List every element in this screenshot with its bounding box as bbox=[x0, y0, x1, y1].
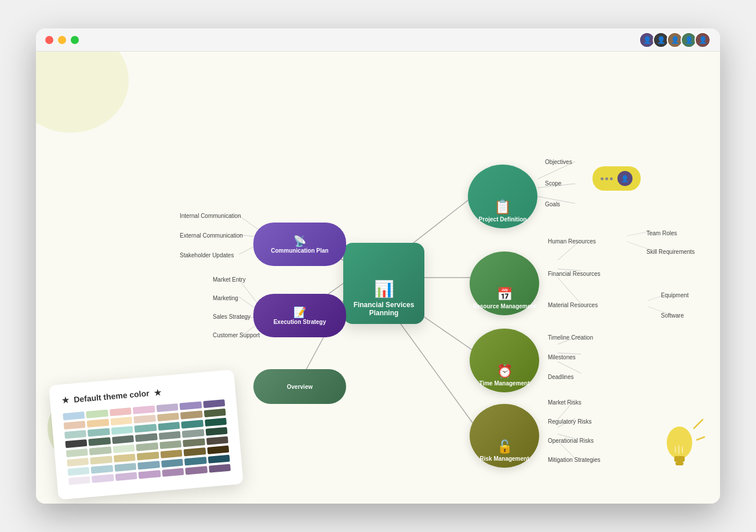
color-swatch[interactable] bbox=[64, 430, 86, 439]
color-swatch[interactable] bbox=[115, 472, 137, 481]
traffic-lights bbox=[45, 36, 79, 44]
tooltip-bubble[interactable]: 👤 bbox=[593, 166, 641, 191]
skill-requirements-label: Skill Requirements bbox=[646, 249, 695, 255]
color-swatch[interactable] bbox=[92, 474, 114, 483]
project-definition-node[interactable]: 📋 Project Definition bbox=[468, 165, 537, 228]
color-swatch[interactable] bbox=[64, 421, 86, 429]
color-swatch[interactable] bbox=[139, 470, 161, 479]
color-swatch[interactable] bbox=[158, 422, 180, 431]
color-swatch[interactable] bbox=[112, 444, 135, 453]
color-swatch[interactable] bbox=[68, 476, 90, 485]
color-swatch[interactable] bbox=[180, 402, 202, 410]
color-swatch[interactable] bbox=[159, 431, 181, 440]
color-swatch[interactable] bbox=[63, 411, 85, 420]
time-icon: ⏰ bbox=[497, 364, 513, 379]
color-swatch[interactable] bbox=[185, 466, 207, 475]
svg-rect-35 bbox=[675, 462, 684, 465]
color-swatch[interactable] bbox=[160, 450, 182, 458]
human-resources-label: Human Resources bbox=[548, 238, 596, 245]
color-swatch[interactable] bbox=[205, 418, 227, 427]
execution-strategy-node[interactable]: 📝 Execution Strategy bbox=[253, 294, 346, 337]
communication-plan-label: Communication Plan bbox=[271, 247, 328, 254]
theme-panel[interactable]: ★ Default theme color ★ bbox=[49, 369, 243, 500]
color-swatch[interactable] bbox=[183, 438, 205, 447]
color-swatch[interactable] bbox=[66, 449, 88, 457]
close-button[interactable] bbox=[45, 36, 53, 44]
color-swatch[interactable] bbox=[68, 467, 90, 476]
color-swatch[interactable] bbox=[159, 440, 181, 449]
regulatory-risks-label: Regulatory Risks bbox=[548, 418, 592, 425]
color-swatch[interactable] bbox=[205, 427, 227, 436]
color-swatch[interactable] bbox=[114, 463, 136, 472]
sales-strategy-label: Sales Strategy bbox=[213, 314, 250, 320]
timeline-creation-label: Timeline Creation bbox=[548, 334, 593, 341]
color-swatch[interactable] bbox=[91, 465, 113, 473]
svg-line-19 bbox=[558, 362, 581, 373]
color-swatch[interactable] bbox=[206, 436, 228, 445]
color-swatch[interactable] bbox=[157, 413, 179, 421]
color-swatch[interactable] bbox=[180, 410, 202, 419]
color-swatch[interactable] bbox=[137, 451, 159, 460]
color-swatch[interactable] bbox=[133, 406, 155, 414]
marketing-label: Marketing bbox=[213, 295, 238, 301]
color-swatch[interactable] bbox=[181, 420, 203, 428]
center-node[interactable]: 📊 Financial Services Planning bbox=[343, 243, 424, 324]
dot2 bbox=[605, 177, 608, 180]
avatar: 👤 bbox=[695, 32, 711, 48]
color-swatch[interactable] bbox=[203, 399, 225, 408]
svg-line-12 bbox=[558, 278, 581, 304]
exec-icon: 📝 bbox=[274, 306, 326, 319]
deadlines-label: Deadlines bbox=[548, 374, 573, 380]
color-swatch[interactable] bbox=[89, 446, 111, 455]
color-swatch[interactable] bbox=[133, 414, 155, 423]
color-swatch[interactable] bbox=[87, 419, 109, 428]
color-swatch[interactable] bbox=[137, 461, 159, 469]
operational-risks-label: Operational Risks bbox=[548, 438, 594, 444]
color-swatch[interactable] bbox=[182, 429, 204, 438]
overview-node[interactable]: Overview bbox=[253, 369, 346, 404]
color-swatch[interactable] bbox=[67, 458, 89, 467]
software-label: Software bbox=[661, 312, 684, 319]
color-swatch[interactable] bbox=[184, 447, 206, 456]
svg-line-32 bbox=[697, 437, 704, 440]
minimize-button[interactable] bbox=[58, 36, 66, 44]
color-swatch[interactable] bbox=[184, 457, 206, 465]
color-swatch[interactable] bbox=[88, 428, 110, 436]
color-swatch[interactable] bbox=[162, 468, 184, 477]
mitigation-strategies-label: Mitigation Strategies bbox=[548, 457, 601, 463]
risk-icon: 🔓 bbox=[497, 439, 513, 454]
color-swatch[interactable] bbox=[110, 407, 132, 416]
color-swatch[interactable] bbox=[112, 435, 134, 444]
overview-label: Overview bbox=[287, 384, 312, 390]
team-roles-label: Team Roles bbox=[646, 230, 677, 236]
color-swatch[interactable] bbox=[135, 424, 157, 432]
resource-management-node[interactable]: 📅 Resource Management bbox=[470, 252, 539, 315]
color-swatch[interactable] bbox=[114, 454, 136, 462]
color-swatch[interactable] bbox=[89, 437, 111, 446]
color-swatch[interactable] bbox=[110, 417, 132, 425]
color-swatch[interactable] bbox=[65, 439, 87, 448]
color-swatch[interactable] bbox=[209, 464, 231, 473]
color-swatch[interactable] bbox=[86, 410, 108, 418]
color-swatch[interactable] bbox=[156, 403, 178, 412]
color-swatch[interactable] bbox=[208, 455, 230, 464]
external-comm-label: External Communication bbox=[180, 232, 243, 239]
color-swatch[interactable] bbox=[111, 426, 133, 435]
time-management-node[interactable]: ⏰ Time Management bbox=[470, 329, 539, 392]
financial-resources-label: Financial Resources bbox=[548, 271, 601, 277]
market-risks-label: Market Risks bbox=[548, 399, 581, 406]
color-swatch[interactable] bbox=[90, 456, 112, 464]
risk-management-node[interactable]: 🔓 Risk Management bbox=[470, 404, 539, 468]
scope-label: Scope bbox=[545, 180, 561, 187]
color-swatch[interactable] bbox=[135, 433, 157, 442]
svg-line-31 bbox=[694, 420, 703, 428]
color-swatch[interactable] bbox=[203, 409, 226, 417]
color-swatch[interactable] bbox=[161, 459, 183, 468]
titlebar: 👤 👤 👤 👤 👤 bbox=[36, 28, 720, 52]
maximize-button[interactable] bbox=[71, 36, 79, 44]
blob-decoration bbox=[36, 52, 129, 133]
svg-line-27 bbox=[239, 279, 259, 305]
communication-plan-node[interactable]: 📡 Communication Plan bbox=[253, 223, 346, 266]
color-swatch[interactable] bbox=[207, 446, 229, 454]
color-swatch[interactable] bbox=[136, 442, 158, 451]
